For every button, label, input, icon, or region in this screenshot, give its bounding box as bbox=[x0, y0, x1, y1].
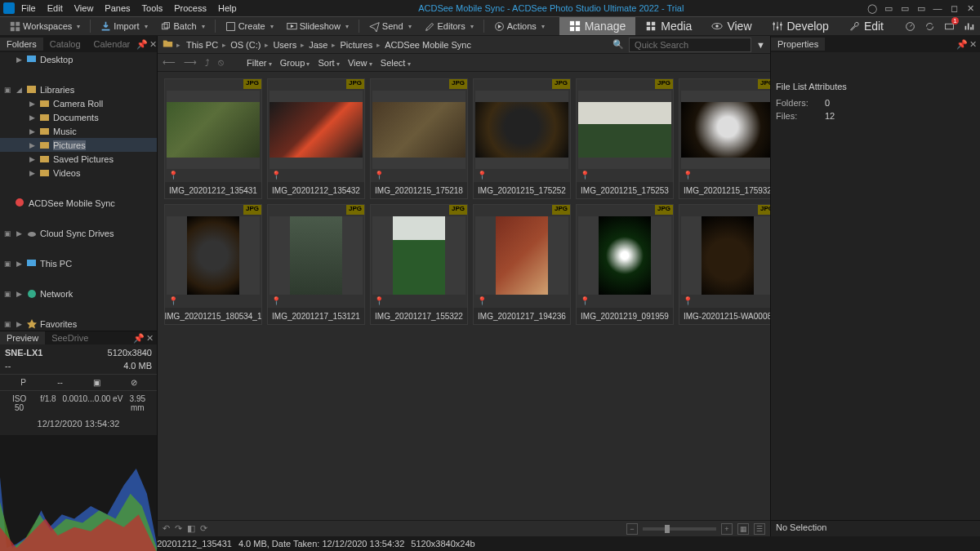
thumbnail[interactable]: JPG📍IMG_20201217_153121 bbox=[267, 204, 365, 325]
thumbnail[interactable]: JPG📍IMG_20201217_155322 bbox=[370, 204, 468, 325]
thumbnail[interactable]: JPG📍IMG_20201215_180534_1 bbox=[164, 204, 262, 325]
thumbnail[interactable]: JPG📍IMG_20201217_194236 bbox=[473, 204, 571, 325]
path-seg-4[interactable]: Pictures bbox=[337, 39, 375, 51]
workspaces-button[interactable]: Workspaces bbox=[5, 20, 85, 33]
maximize-icon[interactable]: ◻ bbox=[947, 3, 960, 14]
slideshow-button[interactable]: Slideshow bbox=[282, 20, 354, 33]
thumbnail[interactable]: JPG📍IMG_20201212_135432 bbox=[267, 78, 365, 199]
create-button[interactable]: Create bbox=[220, 20, 278, 33]
pin-icon[interactable]: 📌 bbox=[956, 39, 968, 50]
tree-cloud[interactable]: ▣▶Cloud Sync Drives bbox=[0, 226, 157, 240]
path-seg-1[interactable]: OS (C:) bbox=[228, 39, 263, 51]
tab-catalog[interactable]: Catalog bbox=[43, 38, 87, 51]
thumbnail[interactable]: JPG📍IMG_20201215_175218 bbox=[370, 78, 468, 199]
sort-dropdown[interactable]: Sort bbox=[318, 58, 340, 68]
tree-libraries[interactable]: ▣◢Libraries bbox=[0, 82, 157, 96]
path-seg-2[interactable]: Users bbox=[270, 39, 299, 51]
compare-icon[interactable]: ◧ bbox=[187, 523, 195, 534]
tab-calendar[interactable]: Calendar bbox=[87, 38, 137, 51]
tree-lib-saved-pictures[interactable]: ▶Saved Pictures bbox=[0, 152, 157, 166]
path-seg-0[interactable]: This PC bbox=[184, 39, 220, 51]
tree-lib-music[interactable]: ▶Music bbox=[0, 124, 157, 138]
thumbnail[interactable]: JPG📍IMG_20201219_091959 bbox=[576, 204, 674, 325]
tab-folders[interactable]: Folders bbox=[0, 38, 43, 51]
svg-rect-2 bbox=[11, 27, 15, 31]
user-icon[interactable]: ◯ bbox=[866, 3, 879, 14]
pin-icon[interactable]: 📌 bbox=[133, 333, 145, 344]
menu-process[interactable]: Process bbox=[174, 3, 207, 13]
tree-favorites[interactable]: ▣▶Favorites bbox=[0, 317, 157, 331]
actions-button[interactable]: Actions bbox=[489, 20, 550, 33]
rotate-right-icon[interactable]: ↷ bbox=[175, 523, 182, 534]
layout1-icon[interactable]: ▭ bbox=[882, 3, 895, 14]
send-button[interactable]: Send bbox=[364, 20, 416, 33]
menu-file[interactable]: File bbox=[21, 3, 36, 13]
group-dropdown[interactable]: Group bbox=[280, 58, 310, 68]
path-seg-5[interactable]: ACDSee Mobile Sync bbox=[382, 39, 474, 51]
thumbnail[interactable]: JPG📍IMG-20201215-WA0008 bbox=[679, 204, 770, 325]
menu-edit[interactable]: Edit bbox=[47, 3, 63, 13]
editors-button[interactable]: Editors bbox=[420, 20, 479, 33]
dashboard-icon[interactable] bbox=[903, 20, 916, 33]
import-button[interactable]: Import bbox=[96, 20, 152, 33]
close-pane-icon[interactable]: ✕ bbox=[149, 39, 157, 50]
folder-icon[interactable] bbox=[163, 38, 173, 51]
view-dropdown[interactable]: View bbox=[348, 58, 372, 68]
menu-help[interactable]: Help bbox=[218, 3, 237, 13]
mode-media[interactable]: Media bbox=[635, 17, 702, 35]
filter-dropdown[interactable]: Filter bbox=[247, 58, 272, 68]
tree-lib-videos[interactable]: ▶Videos bbox=[0, 166, 157, 180]
path-seg-3[interactable]: Jase bbox=[306, 39, 330, 51]
stop-icon[interactable]: ⦸ bbox=[218, 57, 224, 68]
pin-icon[interactable]: 📌 bbox=[136, 39, 148, 50]
tree-thispc[interactable]: ▣▶This PC bbox=[0, 256, 157, 270]
rotate-left-icon[interactable]: ↶ bbox=[163, 523, 170, 534]
nav-up-icon[interactable]: ⤴ bbox=[205, 58, 210, 68]
nav-fwd-icon[interactable]: ⟶ bbox=[184, 57, 197, 68]
tab-properties[interactable]: Properties bbox=[771, 38, 825, 51]
layout2-icon[interactable]: ▭ bbox=[898, 3, 911, 14]
tree-lib-camera-roll[interactable]: ▶Camera Roll bbox=[0, 96, 157, 110]
close-icon[interactable]: ✕ bbox=[964, 3, 977, 14]
nav-back-icon[interactable]: ⟵ bbox=[163, 57, 176, 68]
quick-search-input[interactable] bbox=[629, 38, 751, 52]
view-thumb-button[interactable]: ▦ bbox=[737, 523, 749, 535]
grid-icon bbox=[10, 21, 20, 32]
tree-desktop[interactable]: ▶Desktop bbox=[0, 52, 157, 66]
mode-develop[interactable]: Develop bbox=[762, 17, 839, 35]
layout3-icon[interactable]: ▭ bbox=[915, 3, 928, 14]
menu-panes[interactable]: Panes bbox=[105, 3, 130, 13]
sync-icon[interactable] bbox=[923, 20, 936, 33]
tree-network[interactable]: ▣▶Network bbox=[0, 287, 157, 300]
select-dropdown[interactable]: Select bbox=[381, 58, 411, 68]
zoom-slider[interactable] bbox=[643, 527, 716, 531]
thumbnail[interactable]: JPG📍IMG_20201215_175252 bbox=[473, 78, 571, 199]
thumb-toolbar: ↶ ↷ ◧ ⟳ − + ▦ ☰ bbox=[158, 520, 770, 536]
tab-seedrive[interactable]: SeeDrive bbox=[45, 331, 95, 344]
format-badge: JPG bbox=[346, 205, 364, 215]
thumbnail[interactable]: JPG📍IMG_20201215_175932 bbox=[679, 78, 770, 199]
menu-tools[interactable]: Tools bbox=[142, 3, 163, 13]
tab-preview[interactable]: Preview bbox=[0, 331, 45, 344]
tree-lib-pictures[interactable]: ▶Pictures bbox=[0, 138, 157, 152]
close-preview-icon[interactable]: ✕ bbox=[146, 333, 154, 344]
files-label: Files: bbox=[776, 111, 825, 121]
mode-edit[interactable]: Edit bbox=[839, 17, 893, 35]
zoom-in-button[interactable]: + bbox=[721, 523, 733, 535]
messages-icon[interactable] bbox=[942, 20, 956, 33]
mode-view[interactable]: View bbox=[702, 17, 761, 35]
close-props-icon[interactable]: ✕ bbox=[969, 39, 977, 50]
minimize-icon[interactable]: — bbox=[931, 3, 944, 13]
view-detail-button[interactable]: ☰ bbox=[754, 523, 765, 535]
tree-mobile-sync[interactable]: ACDSee Mobile Sync bbox=[0, 196, 157, 210]
thumbnail[interactable]: JPG📍IMG_20201215_175253 bbox=[576, 78, 674, 199]
refresh-icon[interactable]: ⟳ bbox=[200, 523, 207, 534]
batch-button[interactable]: Batch bbox=[156, 20, 210, 33]
chart-icon[interactable] bbox=[962, 20, 975, 33]
mode-manage[interactable]: Manage bbox=[559, 17, 636, 35]
zoom-out-button[interactable]: − bbox=[626, 523, 638, 535]
tree-lib-documents[interactable]: ▶Documents bbox=[0, 110, 157, 124]
filter-funnel-icon[interactable]: ▼ bbox=[756, 40, 765, 50]
menu-view[interactable]: View bbox=[74, 3, 94, 13]
thumbnail[interactable]: JPG📍IMG_20201212_135431 bbox=[164, 78, 262, 199]
